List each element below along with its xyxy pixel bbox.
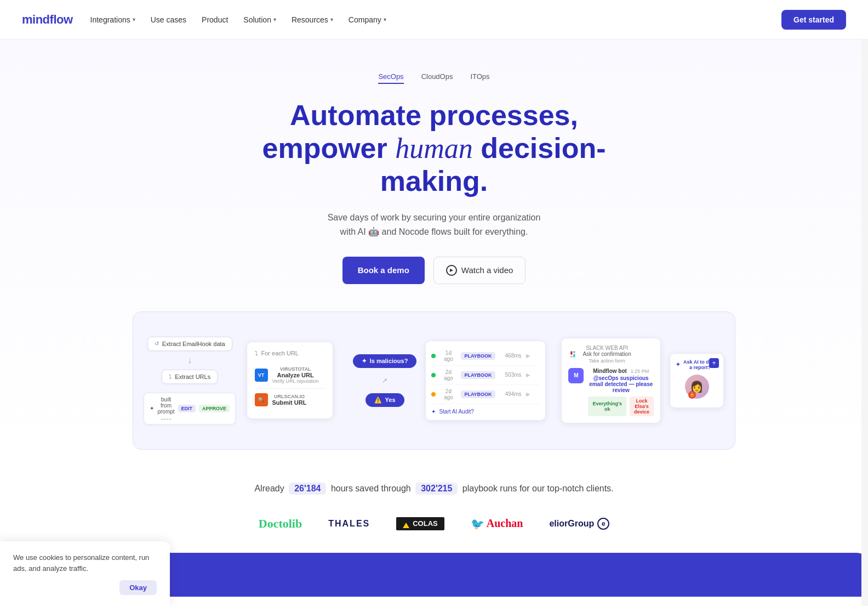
ai-icon: ✦ — [362, 358, 367, 365]
prompt-area: ✦ built from prompt ....... EDIT APPROVE — [144, 393, 236, 424]
plus-button[interactable]: + — [709, 358, 719, 368]
chevron-down-icon: ▾ — [330, 16, 333, 22]
cookie-okay-button[interactable]: Okay — [119, 580, 157, 595]
hero-title: Automate processes, empower human decisi… — [242, 99, 626, 197]
hero-cta-buttons: Book a demo ▶ Watch a video — [22, 257, 846, 284]
hero-tabs: SecOps CloudOps ITOps — [22, 72, 846, 84]
demo-visual: ↺ Extract EmailHook data ↓ ⤵ Extract URL… — [133, 312, 735, 450]
navbar-left: mindflow Integrations ▾ Use cases Produc… — [22, 13, 386, 27]
ok-button[interactable]: Everything's ok — [588, 397, 626, 416]
row-expand[interactable]: ▶ — [526, 391, 530, 397]
slack-header: SLACK WEB API Ask for confirmation Take … — [568, 345, 654, 364]
playbook-table: 1d ago PLAYBOOK 468ms ▶ 2d ago PLAYBOOK … — [425, 341, 546, 421]
get-started-button[interactable]: Get started — [781, 10, 846, 30]
virustotal-logo: VT — [255, 369, 268, 382]
hero-content: SecOps CloudOps ITOps Automate processes… — [0, 39, 868, 461]
arrow-down: ↓ — [187, 355, 192, 365]
status-dot-warning — [431, 392, 436, 397]
logo-auchan: 🐦 Auchan — [471, 517, 523, 530]
chevron-down-icon: ▾ — [133, 16, 135, 22]
eliorg-icon: e — [597, 518, 609, 530]
logo[interactable]: mindflow — [22, 13, 73, 27]
tab-itops[interactable]: ITOps — [470, 72, 489, 84]
row-expand[interactable]: ▶ — [526, 372, 530, 378]
status-dot-ok — [431, 373, 436, 377]
flow-node-emailhook: ↺ Extract EmailHook data — [147, 337, 232, 351]
service-urlscan-text: URLSCAN.IO Submit URL — [272, 394, 307, 406]
sparkle-icon: ✦ — [150, 405, 154, 411]
nav-company[interactable]: Company ▾ — [349, 15, 386, 24]
stats-text: Already 26'184 hours saved through 302'2… — [22, 483, 846, 495]
curved-arrow: ↗ — [382, 377, 387, 384]
bot-content: Mindflow bot 1:25 PM @secOps suspicious … — [588, 368, 654, 416]
svg-rect-2 — [574, 351, 575, 353]
sparkle-icon: ✦ — [676, 361, 680, 367]
navbar: mindflow Integrations ▾ Use cases Produc… — [0, 0, 868, 39]
colas-diamond — [403, 519, 409, 528]
slack-meta: SLACK WEB API Ask for confirmation Take … — [583, 345, 631, 364]
nav-resources[interactable]: Resources ▾ — [292, 15, 333, 24]
service-urlscan: 🔍 URLSCAN.IO Submit URL — [255, 389, 325, 411]
svg-rect-0 — [571, 351, 573, 355]
status-dot-ok — [431, 354, 436, 358]
tab-cloudops[interactable]: CloudOps — [421, 72, 453, 84]
bot-action-buttons: Everything's ok Lock Elsa's device — [588, 397, 654, 416]
demo-inner: ↺ Extract EmailHook data ↓ ⤵ Extract URL… — [144, 323, 724, 438]
ai-avatar-area: 👩 🔒 — [676, 375, 718, 399]
cookie-banner: We use cookies to personalize content, r… — [0, 541, 170, 597]
logo-colas: COLAS — [396, 517, 444, 530]
svg-rect-3 — [574, 354, 575, 358]
nav-links: Integrations ▾ Use cases Product Solutio… — [90, 15, 386, 24]
logo-doctolib: Doctolib — [259, 517, 302, 531]
nav-use-cases[interactable]: Use cases — [151, 15, 186, 24]
playbook-row-1: 1d ago PLAYBOOK 468ms ▶ — [431, 347, 540, 366]
stats-section: Already 26'184 hours saved through 302'2… — [0, 461, 868, 506]
lock-badge: 🔒 — [688, 391, 696, 399]
runs-highlight: 302'215 — [415, 483, 458, 495]
service-virustotal-text: VIRUSTOTAL Analyze URL Verify URL reputa… — [272, 366, 319, 384]
nav-integrations[interactable]: Integrations ▾ — [90, 15, 135, 24]
hours-highlight: 26'184 — [289, 483, 326, 495]
nav-solution[interactable]: Solution ▾ — [243, 15, 276, 24]
approve-button[interactable]: APPROVE — [199, 405, 230, 412]
row-expand[interactable]: ▶ — [526, 353, 530, 359]
auchan-bird-icon: 🐦 — [471, 517, 484, 530]
book-demo-button[interactable]: Book a demo — [342, 257, 425, 284]
svg-rect-1 — [571, 355, 573, 357]
bot-avatar: M — [568, 368, 584, 383]
flow-node-urls: ⤵ Extract URLs — [162, 370, 218, 384]
warning-icon: ⚠️ — [374, 397, 382, 404]
chevron-down-icon: ▾ — [384, 16, 386, 22]
playbook-row-2: 2d ago PLAYBOOK 503ms ▶ — [431, 366, 540, 385]
service-virustotal: VT VIRUSTOTAL Analyze URL Verify URL rep… — [255, 362, 325, 389]
hero-section: SecOps CloudOps ITOps Automate processes… — [0, 39, 868, 461]
ai-panel: ✦ Ask AI to draft a report? 👩 🔒 + — [670, 353, 724, 408]
bot-message: M Mindflow bot 1:25 PM @secOps suspiciou… — [568, 368, 654, 416]
ai-audit-link[interactable]: ✦ Start AI Audit? — [431, 409, 540, 415]
hero-subtitle: Save days of work by securing your entir… — [302, 211, 566, 239]
loop-icon: ↺ — [155, 341, 159, 347]
service-card: ⤵ For each URL VT VIRUSTOTAL Analyze URL… — [247, 342, 333, 419]
tab-secops[interactable]: SecOps — [378, 72, 403, 84]
play-icon: ▶ — [446, 265, 457, 276]
decision-nodes: ✦ Is malicious? ↗ ⚠️ Yes — [353, 354, 417, 407]
slack-panel: SLACK WEB API Ask for confirmation Take … — [561, 338, 661, 423]
edit-button[interactable]: EDIT — [178, 405, 196, 412]
nav-product[interactable]: Product — [202, 15, 228, 24]
scrollbar[interactable] — [861, 0, 868, 597]
decision-malicious: ✦ Is malicious? — [353, 354, 417, 368]
loop-icon: ⤵ — [169, 373, 172, 380]
watch-video-button[interactable]: ▶ Watch a video — [433, 257, 526, 284]
logo-eliorg: eliorGroup e — [549, 518, 609, 530]
bot-text: @secOps suspicious email detected — plea… — [588, 375, 654, 393]
cookie-text: We use cookies to personalize content, r… — [13, 552, 157, 574]
logo-thales: THALES — [328, 519, 370, 529]
card-title: ⤵ For each URL — [255, 350, 325, 356]
loop-icon: ⤵ — [255, 350, 258, 356]
prompt-badge: ✦ built from prompt ....... EDIT APPROVE — [144, 393, 236, 424]
slack-icon — [568, 349, 579, 360]
sparkle-icon: ✦ — [431, 409, 436, 415]
lock-device-button[interactable]: Lock Elsa's device — [630, 397, 654, 416]
playbook-row-3: 2d ago PLAYBOOK 494ms ▶ — [431, 385, 540, 404]
urlscan-logo: 🔍 — [255, 393, 268, 406]
